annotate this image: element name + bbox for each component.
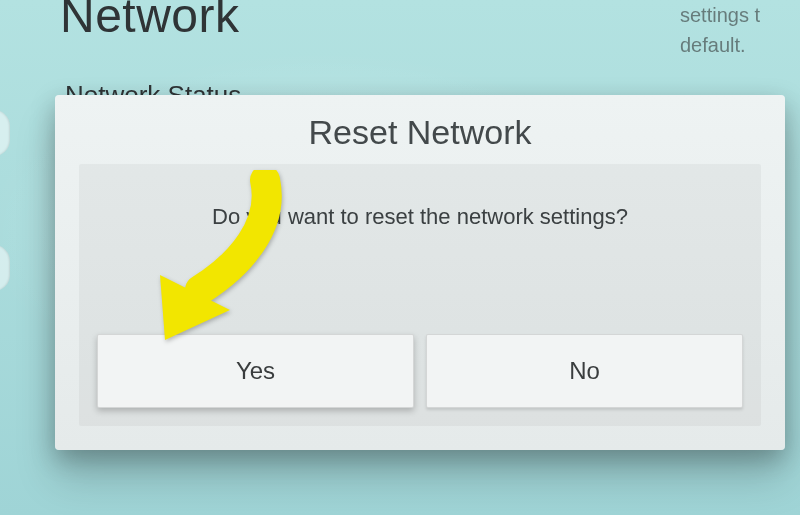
- no-button[interactable]: No: [426, 334, 743, 408]
- dialog-title: Reset Network: [79, 113, 761, 152]
- dialog-body: Do you want to reset the network setting…: [79, 164, 761, 426]
- dialog-message: Do you want to reset the network setting…: [97, 204, 743, 230]
- page-title: Network: [60, 0, 240, 43]
- dialog-button-row: Yes No: [97, 334, 743, 408]
- hint-text: settings t default.: [680, 0, 790, 60]
- yes-button[interactable]: Yes: [97, 334, 414, 408]
- side-button-fragment: [0, 110, 10, 156]
- reset-network-dialog: Reset Network Do you want to reset the n…: [55, 95, 785, 450]
- side-button-fragment: [0, 245, 10, 291]
